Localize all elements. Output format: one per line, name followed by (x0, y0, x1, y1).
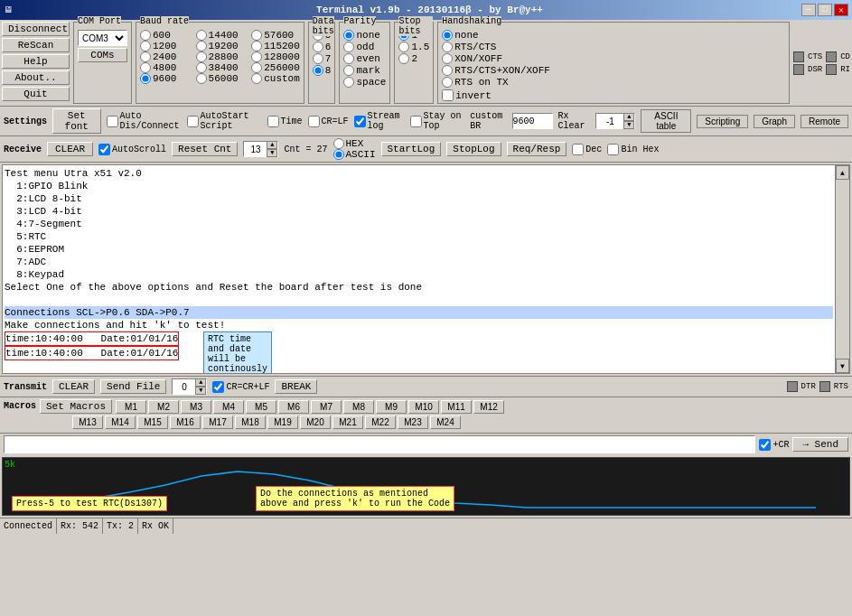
baud-56000[interactable]: 56000 (196, 73, 245, 84)
parity-none[interactable]: none (343, 30, 386, 41)
rxclear-input[interactable] (596, 117, 623, 126)
time-check[interactable]: Time (267, 116, 303, 127)
cr-check[interactable]: +CR (759, 439, 789, 451)
staytop-check[interactable]: Stay on Top (410, 111, 465, 131)
autodisconnect-check[interactable]: Auto Dis/Connect (107, 111, 182, 131)
cnt-up[interactable]: ▲ (267, 141, 277, 149)
baud-19200[interactable]: 19200 (196, 41, 245, 51)
scroll-up-btn[interactable]: ▲ (836, 165, 849, 180)
databits-6[interactable]: 6 (313, 42, 332, 52)
baud-2400[interactable]: 2400 (140, 51, 189, 62)
macro-m21[interactable]: M21 (332, 415, 363, 429)
macro-m17[interactable]: M17 (202, 415, 233, 429)
databits-7[interactable]: 7 (313, 53, 332, 64)
stopbits-15[interactable]: 1.5 (398, 42, 429, 52)
disconnect-button[interactable]: Disconnect (2, 22, 70, 36)
dec-check[interactable]: Dec (572, 144, 602, 155)
baud-28800[interactable]: 28800 (196, 51, 245, 62)
baud-1200[interactable]: 1200 (140, 41, 189, 51)
hs-rtscts[interactable]: RTS/CTS (442, 42, 785, 52)
macro-m9[interactable]: M9 (376, 400, 407, 414)
invert-option[interactable]: invert (442, 89, 785, 101)
baud-9600[interactable]: 9600 (140, 73, 189, 84)
scroll-down-btn[interactable]: ▼ (836, 359, 849, 373)
main-input[interactable] (4, 435, 755, 453)
baud-256000[interactable]: 256000 (251, 62, 300, 73)
baud-600[interactable]: 600 (140, 30, 189, 41)
rescan-button[interactable]: ReScan (2, 38, 70, 52)
macro-m16[interactable]: M16 (170, 415, 201, 429)
streamlog-check[interactable]: Stream log (354, 111, 405, 131)
macro-m7[interactable]: M7 (311, 400, 342, 414)
setfont-button[interactable]: Set font (52, 108, 100, 134)
macro-m23[interactable]: M23 (398, 415, 428, 429)
hs-rtsxon[interactable]: RTS/CTS+XON/XOFF (442, 65, 785, 76)
baud-128000[interactable]: 128000 (251, 51, 300, 62)
macro-m19[interactable]: M19 (267, 415, 298, 429)
macro-m20[interactable]: M20 (300, 415, 331, 429)
macro-m22[interactable]: M22 (365, 415, 396, 429)
reqresp-button[interactable]: Req/Resp (507, 142, 567, 156)
startlog-button[interactable]: StartLog (381, 142, 442, 156)
graph-button[interactable]: Graph (754, 115, 795, 128)
scripting-button[interactable]: Scripting (697, 115, 748, 128)
autostart-check[interactable]: AutoStart Script (187, 111, 262, 131)
maximize-button[interactable]: □ (818, 4, 832, 16)
terminal-output[interactable]: Test menu Utra x51 v2.0 1:GPIO Blink 2:L… (3, 165, 835, 373)
parity-mark[interactable]: mark (343, 65, 386, 76)
bin-check[interactable]: Bin (607, 144, 637, 155)
sendfile-button[interactable]: Send File (100, 379, 166, 394)
cnt-input[interactable] (244, 145, 267, 154)
macro-m10[interactable]: M10 (408, 400, 439, 414)
baud-57600[interactable]: 57600 (251, 30, 300, 41)
setmacros-button[interactable]: Set Macros (40, 399, 112, 414)
hex-radio[interactable]: HEX (333, 138, 376, 149)
custombr-input[interactable] (512, 113, 553, 129)
macro-m1[interactable]: M1 (116, 400, 146, 414)
rxclear-down[interactable]: ▼ (623, 121, 634, 129)
hs-none[interactable]: none (442, 30, 785, 41)
send-button[interactable]: → Send (792, 437, 848, 452)
hs-xonxoff[interactable]: XON/XOFF (442, 53, 785, 64)
coms-button[interactable]: COMs (78, 48, 127, 62)
parity-even[interactable]: even (343, 53, 386, 64)
macro-m24[interactable]: M24 (430, 415, 461, 429)
help-button[interactable]: Help (2, 54, 70, 69)
counter-down[interactable]: ▼ (195, 387, 206, 395)
stoplog-button[interactable]: StopLog (446, 142, 501, 156)
macro-m18[interactable]: M18 (235, 415, 266, 429)
transmit-clear-button[interactable]: CLEAR (52, 379, 95, 394)
stopbits-2[interactable]: 2 (398, 53, 429, 64)
break-button[interactable]: BREAK (275, 379, 317, 394)
macro-m8[interactable]: M8 (343, 400, 374, 414)
minimize-button[interactable]: ─ (801, 4, 816, 16)
resetcnt-button[interactable]: Reset Cnt (172, 142, 238, 156)
macro-m12[interactable]: M12 (473, 400, 504, 414)
ascii-radio[interactable]: ASCII (333, 149, 376, 160)
terminal-scrollbar[interactable]: ▲ ▼ (835, 165, 849, 373)
baud-4800[interactable]: 4800 (140, 62, 189, 73)
rxclear-up[interactable]: ▲ (623, 113, 634, 121)
autoscroll-check[interactable]: AutoScroll (98, 144, 166, 155)
baud-custom[interactable]: custom (251, 73, 300, 84)
quit-button[interactable]: Quit (2, 87, 70, 101)
macro-m15[interactable]: M15 (137, 415, 168, 429)
close-button[interactable]: ✕ (834, 4, 848, 16)
macro-m5[interactable]: M5 (246, 400, 276, 414)
cnt-down[interactable]: ▼ (267, 149, 277, 157)
counter-input[interactable] (173, 382, 195, 392)
comport-select[interactable]: COM3 (78, 30, 127, 46)
databits-8[interactable]: 8 (313, 65, 332, 76)
crcrlf-check[interactable]: CR=CR+LF (212, 381, 269, 393)
macro-m14[interactable]: M14 (105, 415, 136, 429)
baud-14400[interactable]: 14400 (196, 30, 245, 41)
baud-38400[interactable]: 38400 (196, 62, 245, 73)
crlf-check[interactable]: CR=LF (308, 116, 349, 127)
macro-m13[interactable]: M13 (72, 415, 103, 429)
remote-button[interactable]: Remote (801, 115, 848, 128)
asciitable-button[interactable]: ASCII table (641, 109, 691, 133)
receive-clear-button[interactable]: CLEAR (47, 142, 93, 156)
macro-m2[interactable]: M2 (148, 400, 179, 414)
macro-m11[interactable]: M11 (441, 400, 472, 414)
macro-m4[interactable]: M4 (213, 400, 244, 414)
